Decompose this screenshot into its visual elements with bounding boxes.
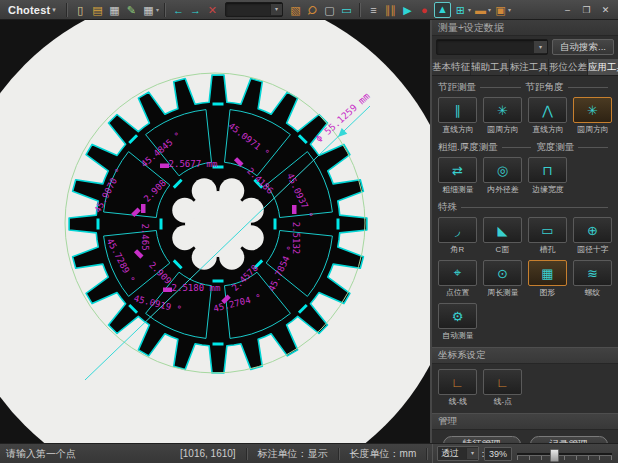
monitor-icon[interactable]: ▭ (339, 2, 354, 18)
camera-view[interactable]: 45.4845 °45.0971 °45.0937 °45.7854 °45.2… (0, 20, 430, 443)
pitch-circular-button[interactable]: ✳圆周方向 (482, 97, 523, 136)
point-position-button[interactable]: ⌖点位置 (437, 260, 478, 299)
record-manage-button[interactable]: 记录管理 (530, 436, 608, 443)
redo-arrow-icon[interactable]: → (188, 2, 203, 18)
pitch-linear-icon: ∥ (454, 103, 461, 118)
tab-5[interactable]: 应用工具 (588, 59, 618, 75)
chevron-down-icon[interactable]: ▾ (156, 6, 159, 13)
pitch-angle-circular-button[interactable]: ✳圆周方向 (572, 97, 613, 136)
status-coordinates: [1016, 1610] (170, 448, 246, 459)
feature-manage-button[interactable]: 特征管理 (443, 436, 521, 443)
layers-icon[interactable]: ⊞ (453, 2, 468, 18)
status-unit-annotation: 标注单位：显示 (248, 447, 338, 461)
thread-button[interactable]: ≋螺纹 (572, 260, 613, 299)
maximize-button[interactable]: ❐ (578, 3, 595, 17)
coord-line-point-button[interactable]: ∟线-点 (482, 369, 523, 408)
width-label: 2.5677 mm (160, 159, 217, 169)
play-icon[interactable]: ▶ (400, 2, 415, 18)
svg-text:2.5677 mm: 2.5677 mm (169, 159, 218, 169)
save-as-icon[interactable]: ▦ (141, 2, 156, 18)
svg-text:2.5132: 2.5132 (291, 222, 301, 255)
view-select[interactable]: ▾ (225, 2, 283, 17)
pitch-angle-linear-button[interactable]: ⋀直线方向 (527, 97, 568, 136)
chevron-down-icon[interactable]: ▾ (468, 6, 471, 13)
hub-bore-lobe (172, 225, 197, 250)
light-mode-select[interactable]: 透过 ▾ (437, 446, 479, 461)
hub-bore (185, 191, 251, 257)
status-unit-length: 长度单位：mm (340, 447, 427, 461)
app-logo[interactable]: Chotest (8, 4, 50, 16)
perimeter-measure-button[interactable]: ⊙周长测量 (482, 260, 523, 299)
chevron-down-icon[interactable]: ▾ (533, 41, 547, 53)
light-controls: 透过 ▾ 39% (432, 444, 618, 463)
tab-4[interactable]: 形位公差 (549, 59, 588, 75)
tab-1[interactable]: 基本特征 (432, 59, 471, 75)
section-header-thickness: 粗细.厚度测量 (438, 141, 498, 154)
pattern-button[interactable]: ▦图形 (527, 260, 568, 299)
new-part-icon[interactable]: ▯ (73, 2, 88, 18)
slider-handle[interactable] (550, 449, 559, 462)
status-hint: 请输入第一个点 (0, 447, 76, 461)
snapshot-icon[interactable]: ▣ (493, 2, 508, 18)
record-icon[interactable]: ● (417, 2, 432, 18)
pitch-circular-icon: ✳ (497, 103, 508, 118)
light-intensity-slider[interactable] (517, 447, 612, 461)
thickness-measure-icon: ⇄ (452, 163, 463, 178)
save-icon[interactable]: ▦ (107, 2, 122, 18)
chevron-down-icon[interactable]: ▾ (466, 448, 478, 459)
c-face-button[interactable]: ◣C面 (482, 217, 523, 256)
section-header-width: 宽度测量 (536, 141, 574, 154)
section-header-special: 特殊 (438, 201, 613, 214)
light-mode-value: 透过 (438, 447, 466, 460)
auto-measure-button[interactable]: ⚙自动测量 (437, 303, 478, 342)
list-icon[interactable]: ≡ (366, 2, 381, 18)
magnifier-icon[interactable]: Ϙ (301, 0, 323, 20)
open-folder-icon[interactable]: ▤ (90, 2, 105, 18)
chevron-down-icon[interactable]: ▾ (488, 6, 491, 13)
perimeter-measure-icon: ⊙ (497, 266, 508, 281)
crop-icon[interactable]: ▢ (322, 2, 337, 18)
pitch-angle-linear-icon: ⋀ (542, 103, 553, 118)
hub-bore-lobe (219, 245, 244, 270)
exposure-icon[interactable]: ▬ (473, 2, 488, 18)
measurement-panel: 测量+设定数据 ▾ 自动搜索... 基本特征辅助工具标注工具形位公差应用工具 节… (430, 20, 618, 443)
pattern-icon: ▦ (541, 266, 553, 281)
close-button[interactable]: ✕ (597, 3, 614, 17)
light-intensity-value: 39% (484, 447, 512, 461)
feature-select[interactable]: ▾ (436, 39, 548, 55)
hub-bore-lobe (239, 198, 264, 223)
edit-program-icon[interactable]: ✎ (124, 2, 139, 18)
circle-cross-button[interactable]: ⊕圆径十字 (572, 217, 613, 256)
top-toolbar: Chotest ▾ ▯▤▦✎▦▾←→✕ ▾ ▧Ϙ▢▭≡∥∥▶●▲⊞▾▬▾▣▾ –… (0, 0, 618, 20)
chevron-down-icon[interactable]: ▾ (508, 6, 511, 13)
tab-2[interactable]: 辅助工具 (471, 59, 510, 75)
section-header-pitch-angle: 节距角度 (526, 81, 564, 94)
auto-search-button[interactable]: 自动搜索... (552, 39, 614, 55)
inner-outer-diameter-button[interactable]: ◎内外径差 (482, 157, 523, 196)
camera-image[interactable]: 45.4845 °45.0971 °45.0937 °45.7854 °45.2… (0, 20, 430, 443)
corner-r-button[interactable]: ◞角R (437, 217, 478, 256)
coord-line-point-icon: ∟ (496, 375, 509, 390)
undo-arrow-icon[interactable]: ← (171, 2, 186, 18)
status-bar: 请输入第一个点 [1016, 1610] 标注单位：显示 长度单位：mm 角度单… (0, 443, 618, 463)
chevron-down-icon[interactable]: ▾ (270, 4, 282, 15)
feature-search-row: ▾ 自动搜索... (432, 36, 618, 57)
edge-width-icon: ⊓ (542, 163, 552, 178)
capture-shape-icon[interactable]: ▲ (434, 2, 451, 18)
minimize-button[interactable]: – (559, 3, 576, 17)
window-controls: –❐✕ (557, 3, 614, 17)
pitch-linear-button[interactable]: ∥直线方向 (437, 97, 478, 136)
coord-line-line-button[interactable]: ∟线-线 (437, 369, 478, 408)
slot-hole-icon: ▭ (541, 223, 553, 238)
thickness-measure-button[interactable]: ⇄粗细测量 (437, 157, 478, 196)
circle-cross-icon: ⊕ (587, 223, 598, 238)
tab-3[interactable]: 标注工具 (510, 59, 549, 75)
edge-width-button[interactable]: ⊓边缘宽度 (527, 157, 568, 196)
chevron-down-icon[interactable]: ▾ (52, 6, 56, 14)
svg-text:2.465: 2.465 (140, 223, 150, 250)
delete-icon[interactable]: ✕ (205, 2, 220, 18)
hub-bore-lobe (192, 178, 217, 203)
slot-hole-button[interactable]: ▭槽孔 (527, 217, 568, 256)
barcode-icon[interactable]: ∥∥ (383, 2, 398, 18)
hub-bore-lobe (219, 178, 244, 203)
